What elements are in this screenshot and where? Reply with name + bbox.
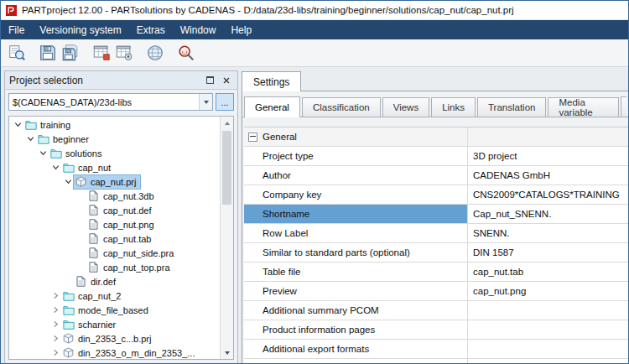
browse-button[interactable]: ... [216, 93, 234, 111]
tree-item-core: cap_nut.png [86, 218, 159, 231]
property-row-additional-summary-pcom: Additional summary PCOM [244, 301, 628, 320]
tree-item-label: din_2353_o_m_din_2353_... [75, 348, 197, 358]
expand-icon[interactable] [50, 335, 61, 342]
property-row-row-label: Row LabelSNENN. [244, 224, 628, 243]
property-label[interactable]: Similar to standard parts (optional) [244, 243, 468, 262]
tree-item-core: training [23, 118, 75, 132]
property-label[interactable]: Project type [244, 147, 468, 165]
property-label[interactable]: Company key [244, 185, 468, 204]
tab-overflow-stub[interactable] [621, 96, 626, 117]
tab-views[interactable]: Views [382, 97, 429, 117]
collapse-group-icon[interactable] [248, 133, 257, 142]
property-value[interactable]: CADENAS GmbH [468, 166, 628, 185]
tab-media-variable[interactable]: Media variable [548, 97, 618, 117]
property-label[interactable]: Additional summary PCOM [244, 301, 468, 320]
property-label[interactable]: Additional export formats [244, 340, 468, 358]
tab-settings[interactable]: Settings [242, 71, 301, 91]
tab-links[interactable]: Links [431, 97, 476, 117]
property-group-row[interactable]: General [244, 127, 628, 147]
folder-icon [36, 134, 50, 144]
property-value[interactable]: CNS2009*CATALOGS*TRAINING [468, 185, 628, 204]
menu-item-help[interactable]: Help [223, 20, 259, 39]
expand-icon[interactable] [50, 320, 61, 328]
tree-item-scharnier[interactable]: scharnier [9, 317, 221, 331]
close-panel-icon[interactable] [219, 74, 233, 87]
tree-item-din-2353-c-b-prj[interactable]: din_2353_c...b.prj [9, 331, 221, 346]
save-icon[interactable] [36, 42, 59, 65]
tab-classification[interactable]: Classification [302, 97, 381, 117]
property-value[interactable] [468, 340, 628, 358]
menu-item-file[interactable]: File [1, 20, 32, 39]
tree-item-cap-nut-3db[interactable]: cap_nut.3db [9, 189, 221, 203]
tree-item-label: cap_nut.prj [88, 177, 138, 187]
scroll-down-icon[interactable] [221, 346, 233, 359]
expand-icon[interactable] [50, 349, 61, 356]
collapse-icon[interactable] [50, 164, 61, 171]
tree-item-cap-nut-side-pra[interactable]: cap_nut_side.pra [9, 246, 221, 260]
property-value[interactable]: cap_nut.tab [468, 263, 628, 281]
collapse-icon[interactable] [63, 178, 74, 185]
scroll-up-icon[interactable] [221, 117, 233, 129]
tab-translation[interactable]: Translation [477, 97, 546, 117]
tree-item-label: cap_nut.tab [101, 234, 154, 244]
tree-item-mode-file-based[interactable]: mode_file_based [9, 303, 221, 317]
tree-item-cap-nut[interactable]: cap_nut [9, 160, 221, 174]
search-project-icon[interactable] [5, 42, 28, 65]
combo-dropdown-icon[interactable] [199, 94, 212, 110]
scrollbar-thumb[interactable] [222, 131, 231, 205]
tree-item-cap-nut-2[interactable]: cap_nut_2 [9, 289, 221, 303]
property-value[interactable]: cap_nut.png [468, 282, 628, 300]
tree-item-cap-nut-top-pra[interactable]: cap_nut_top.pra [9, 260, 221, 274]
expand-icon[interactable] [50, 292, 61, 299]
table-import-icon[interactable] [112, 42, 135, 65]
property-label[interactable]: Table file [244, 263, 468, 281]
tab-general[interactable]: General [244, 96, 300, 117]
tree-item-dir-def[interactable]: dir.def [9, 274, 221, 289]
group-label-cell: General [244, 127, 468, 146]
file-icon [86, 233, 101, 244]
property-label[interactable]: Additional Datatables [244, 359, 468, 363]
collapse-icon[interactable] [25, 135, 36, 143]
tree-item-cap-nut-tab[interactable]: cap_nut.tab [9, 231, 221, 246]
tree-item-core: solutions [49, 147, 106, 160]
save-all-icon[interactable] [59, 42, 81, 65]
property-value[interactable]: 3D project [468, 147, 628, 165]
tree-item-cap-nut-def[interactable]: cap_nut.def [9, 203, 221, 217]
quality-check-icon[interactable] [174, 42, 197, 65]
settings-body: GeneralClassificationViewsLinksTranslati… [242, 91, 628, 363]
table-export-icon[interactable] [90, 42, 112, 65]
menu-item-extras[interactable]: Extras [129, 20, 173, 39]
collapse-icon[interactable] [13, 121, 23, 128]
tree-scrollbar[interactable] [220, 117, 233, 359]
menu-item-window[interactable]: Window [173, 20, 224, 39]
property-label[interactable]: Shortname [244, 205, 468, 223]
property-value[interactable] [468, 359, 628, 363]
property-value[interactable]: DIN 1587 [468, 243, 628, 262]
property-label[interactable]: Product information pages [244, 320, 468, 339]
expand-icon[interactable] [50, 306, 61, 314]
collapse-icon[interactable] [38, 149, 49, 157]
tree-item-label: solutions [63, 148, 104, 159]
property-label[interactable]: Preview [244, 282, 468, 300]
property-row-table-file: Table filecap_nut.tab [244, 263, 628, 282]
settings-panel: Settings GeneralClassificationViewsLinks… [242, 70, 628, 363]
globe-icon[interactable] [143, 42, 166, 65]
property-value[interactable]: Cap_nut_SNENN. [468, 205, 628, 223]
property-label[interactable]: Author [244, 166, 468, 185]
tree-view: trainingbeginnersolutionscap_nutcap_nut.… [9, 117, 221, 359]
tree-item-training[interactable]: training [9, 117, 221, 132]
property-value[interactable]: SNENN. [468, 224, 628, 242]
tree-item-label: beginner [50, 134, 91, 144]
tree-item-cap-nut-prj[interactable]: cap_nut.prj [9, 174, 221, 189]
project-selection-panel: Project selection $(CADENAS_DATA)/23d-li… [4, 70, 238, 363]
property-label[interactable]: Row Label [244, 224, 468, 242]
property-value[interactable] [468, 301, 628, 320]
tree-item-solutions[interactable]: solutions [9, 146, 221, 160]
property-value[interactable] [468, 320, 628, 339]
tree-item-din-2353-o-m-din-2353[interactable]: din_2353_o_m_din_2353_... [9, 346, 221, 359]
path-combobox[interactable]: $(CADENAS_DATA)/23d-libs [8, 93, 213, 111]
tree-item-beginner[interactable]: beginner [9, 132, 221, 146]
tree-item-cap-nut-png[interactable]: cap_nut.png [9, 217, 221, 231]
float-panel-icon[interactable] [203, 74, 217, 87]
menu-item-versioning-system[interactable]: Versioning system [32, 20, 128, 39]
